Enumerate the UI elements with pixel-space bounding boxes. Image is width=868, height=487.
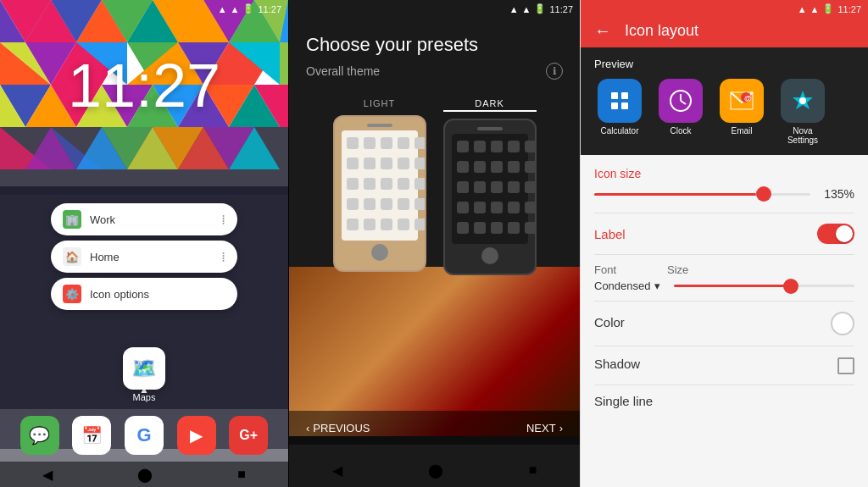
wifi-icon: ▲ — [231, 4, 240, 14]
nav-recent-1[interactable]: ■ — [237, 467, 246, 482]
shadow-row: Shadow — [594, 346, 854, 385]
label-toggle-label: Label — [594, 227, 626, 241]
nav-home-2[interactable]: ⬤ — [428, 462, 443, 479]
svg-rect-54 — [611, 92, 618, 99]
subtitle-text: Overall theme — [306, 64, 380, 78]
light-label: LIGHT — [333, 98, 426, 108]
dock-gplus[interactable]: G+ — [229, 416, 268, 455]
email-icon: @ — [720, 79, 764, 123]
label-toggle-row: Label — [594, 213, 854, 255]
signal-icon-3: ▲ — [798, 4, 807, 14]
clock-icon — [659, 79, 703, 123]
prev-next-nav: ‹ PREVIOUS NEXT › — [289, 411, 580, 445]
nav-back-1[interactable]: ◀ — [42, 467, 53, 483]
nav-recent-2[interactable]: ■ — [529, 462, 537, 478]
battery-icon-2: 🔋 — [534, 3, 546, 14]
calculator-label: Calculator — [594, 126, 645, 136]
icon-size-slider-container: 135% — [594, 187, 854, 201]
dark-phone-mockup — [443, 119, 537, 275]
shortcut-work[interactable]: 🏢 Work ⁞ — [51, 203, 237, 235]
font-size-slider[interactable] — [674, 285, 855, 287]
shortcut-icon-options[interactable]: ⚙️ Icon options — [51, 278, 237, 310]
panel2-subtitle: Overall theme ℹ — [289, 63, 580, 90]
previous-button[interactable]: ‹ PREVIOUS — [306, 422, 370, 434]
home-label: Home — [90, 251, 120, 263]
color-picker[interactable] — [831, 312, 854, 335]
dropdown-arrow: ▾ — [654, 279, 660, 292]
phone-btn-dark — [481, 247, 498, 264]
color-label: Color — [594, 315, 625, 329]
nav-bar-2: ◀ ⬤ ■ — [289, 453, 580, 487]
icon-size-fill — [594, 193, 756, 196]
dock: 💬 📅 G ▶ G+ — [0, 409, 288, 462]
info-icon[interactable]: ℹ — [546, 63, 563, 80]
svg-line-60 — [681, 101, 686, 104]
maps-label: Maps — [123, 392, 165, 402]
label-toggle[interactable] — [817, 224, 854, 244]
icon-size-setting: Icon size 135% — [594, 155, 854, 213]
next-button[interactable]: NEXT › — [526, 422, 563, 434]
shortcuts-menu: 🏢 Work ⁞ 🏠 Home ⁞ ⚙️ Icon options — [51, 203, 237, 310]
svg-marker-28 — [280, 42, 288, 85]
dock-calendar[interactable]: 📅 — [72, 416, 111, 455]
shortcut-home[interactable]: 🏠 Home ⁞ — [51, 241, 237, 273]
theme-chooser-panel: ▲ ▲ 🔋 11:27 Choose your presets Overall … — [288, 0, 580, 487]
phone-speaker-light — [367, 124, 392, 127]
time-display-3: 11:27 — [837, 4, 861, 14]
settings-section: Icon size 135% Label Font Size Conden — [581, 155, 868, 420]
battery-icon-3: 🔋 — [822, 3, 834, 14]
svg-rect-56 — [611, 102, 618, 109]
signal-icon: ▲ — [218, 4, 227, 14]
dark-screen — [452, 134, 528, 244]
back-button[interactable]: ← — [594, 21, 611, 41]
work-label: Work — [90, 213, 115, 226]
maps-app-icon[interactable]: 🗺️ Maps — [123, 347, 165, 402]
status-bar-3: ▲ ▲ 🔋 11:27 — [791, 0, 868, 18]
icon-size-track[interactable] — [594, 193, 810, 196]
nav-home-1[interactable]: ⬤ — [137, 467, 153, 483]
preview-clock: Clock — [655, 79, 706, 145]
font-size-row: Font Size Condensed ▾ — [594, 255, 854, 302]
dock-hangouts[interactable]: 💬 — [20, 416, 59, 455]
light-screen — [342, 130, 418, 241]
home-icon: 🏠 — [63, 247, 81, 266]
icon-size-thumb — [756, 186, 771, 202]
shadow-checkbox[interactable] — [837, 357, 854, 374]
size-col-label: Size — [667, 263, 688, 276]
shadow-label: Shadow — [594, 357, 640, 371]
calculator-icon — [598, 79, 642, 123]
status-bar-1: ▲ ▲ 🔋 11:27 — [211, 0, 288, 18]
font-dropdown[interactable]: Condensed ▾ — [594, 279, 660, 292]
prev-label: PREVIOUS — [313, 422, 370, 434]
font-size-thumb — [783, 279, 798, 294]
preview-icons: Calculator Clock — [594, 79, 854, 145]
work-dots: ⁞ — [221, 212, 225, 228]
wifi-icon-2: ▲ — [522, 4, 531, 14]
theme-options: LIGHT DARK — [289, 90, 580, 284]
preview-label: Preview — [594, 58, 854, 70]
dock-google[interactable]: G — [125, 416, 164, 455]
phone-btn-light — [371, 244, 388, 261]
dock-play[interactable]: ▶ — [177, 416, 216, 455]
font-size-fill — [674, 285, 792, 287]
single-line-row: Single line — [594, 385, 854, 420]
next-chevron: › — [559, 422, 563, 434]
maps-icon-img: 🗺️ — [123, 347, 165, 390]
theme-dark-option[interactable]: DARK — [443, 98, 537, 275]
font-col-label: Font — [594, 263, 616, 276]
single-line-label: Single line — [594, 394, 653, 408]
svg-point-64 — [799, 97, 806, 104]
preview-email: @ Email — [716, 79, 767, 145]
dark-label: DARK — [443, 98, 537, 112]
font-size-labels: Font Size — [594, 263, 854, 276]
icon-options-icon: ⚙️ — [63, 285, 81, 303]
color-row: Color — [594, 302, 854, 346]
nova-label: Nova Settings — [777, 126, 828, 145]
theme-light-option[interactable]: LIGHT — [333, 98, 426, 275]
icon-options-label: Icon options — [90, 288, 149, 301]
font-size-controls: Condensed ▾ — [594, 279, 854, 292]
nav-back-2[interactable]: ◀ — [332, 462, 342, 479]
nova-settings-icon — [781, 79, 825, 123]
battery-icon: 🔋 — [242, 3, 254, 14]
work-icon: 🏢 — [63, 210, 81, 229]
